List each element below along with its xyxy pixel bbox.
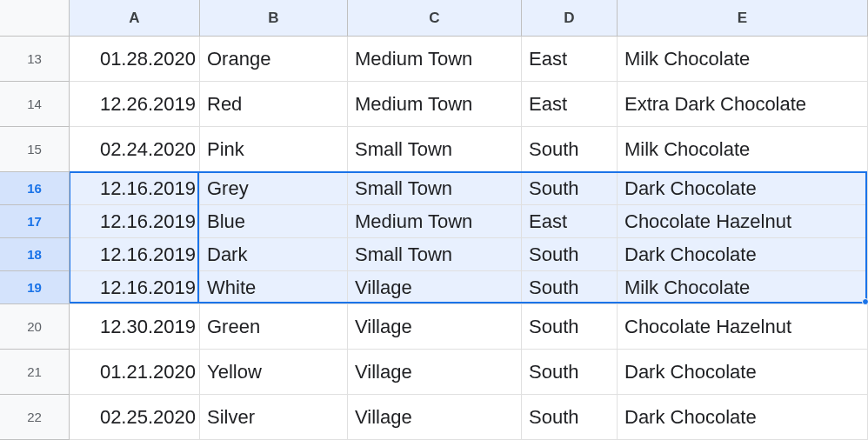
cell-c17[interactable]: Medium Town [348,205,522,238]
row-header-17[interactable]: 17 [0,205,70,238]
cell-b16[interactable]: Grey [200,172,348,205]
cell-d21[interactable]: South [522,350,618,395]
cell-e13[interactable]: Milk Chocolate [618,37,868,82]
cell-a20[interactable]: 12.30.2019 [70,304,200,350]
table-row: 02.24.2020PinkSmall TownSouthMilk Chocol… [70,127,868,172]
row-header-18[interactable]: 18 [0,238,70,271]
cell-a16[interactable]: 12.16.2019 [70,172,200,205]
cell-c16[interactable]: Small Town [348,172,522,205]
cell-b13[interactable]: Orange [200,37,348,82]
table-row: 12.16.2019GreySmall TownSouthDark Chocol… [70,172,868,205]
row-header-14[interactable]: 14 [0,82,70,127]
cell-a19[interactable]: 12.16.2019 [70,271,200,304]
row-header-20[interactable]: 20 [0,304,70,350]
cell-e22[interactable]: Dark Chocolate [618,395,868,440]
cell-e21[interactable]: Dark Chocolate [618,350,868,395]
row-header-19[interactable]: 19 [0,271,70,304]
table-row: 12.16.2019DarkSmall TownSouthDark Chocol… [70,238,868,271]
cell-b19[interactable]: White [200,271,348,304]
cell-b15[interactable]: Pink [200,127,348,172]
cell-a22[interactable]: 02.25.2020 [70,395,200,440]
cell-d22[interactable]: South [522,395,618,440]
cell-b14[interactable]: Red [200,82,348,127]
cell-b17[interactable]: Blue [200,205,348,238]
cell-c20[interactable]: Village [348,304,522,350]
row-headers: 13141516171819202122 [0,37,70,440]
column-header-a[interactable]: A [70,0,200,37]
table-row: 12.16.2019WhiteVillageSouthMilk Chocolat… [70,271,868,304]
cell-c18[interactable]: Small Town [348,238,522,271]
cells-area[interactable]: 01.28.2020OrangeMedium TownEastMilk Choc… [70,37,868,440]
column-header-d[interactable]: D [522,0,618,37]
cell-d16[interactable]: South [522,172,618,205]
cell-b22[interactable]: Silver [200,395,348,440]
cell-d14[interactable]: East [522,82,618,127]
select-all-corner[interactable] [0,0,70,37]
table-row: 12.16.2019BlueMedium TownEastChocolate H… [70,205,868,238]
cell-d18[interactable]: South [522,238,618,271]
table-row: 02.25.2020SilverVillageSouthDark Chocola… [70,395,868,440]
column-header-e[interactable]: E [618,0,868,37]
row-header-16[interactable]: 16 [0,172,70,205]
cell-a18[interactable]: 12.16.2019 [70,238,200,271]
row-header-21[interactable]: 21 [0,350,70,395]
cell-c19[interactable]: Village [348,271,522,304]
row-header-13[interactable]: 13 [0,37,70,82]
cell-d20[interactable]: South [522,304,618,350]
cell-c14[interactable]: Medium Town [348,82,522,127]
table-row: 12.26.2019RedMedium TownEastExtra Dark C… [70,82,868,127]
cell-b21[interactable]: Yellow [200,350,348,395]
column-headers: ABCDE [0,0,868,37]
cell-b18[interactable]: Dark [200,238,348,271]
cell-b20[interactable]: Green [200,304,348,350]
table-row: 01.21.2020YellowVillageSouthDark Chocola… [70,350,868,395]
cell-e14[interactable]: Extra Dark Chocolate [618,82,868,127]
cell-e18[interactable]: Dark Chocolate [618,238,868,271]
cell-c15[interactable]: Small Town [348,127,522,172]
table-row: 01.28.2020OrangeMedium TownEastMilk Choc… [70,37,868,82]
cell-a14[interactable]: 12.26.2019 [70,82,200,127]
cell-d13[interactable]: East [522,37,618,82]
cell-a17[interactable]: 12.16.2019 [70,205,200,238]
row-header-15[interactable]: 15 [0,127,70,172]
cell-e17[interactable]: Chocolate Hazelnut [618,205,868,238]
cell-c22[interactable]: Village [348,395,522,440]
cell-e16[interactable]: Dark Chocolate [618,172,868,205]
cell-e19[interactable]: Milk Chocolate [618,271,868,304]
spreadsheet[interactable]: ABCDE 13141516171819202122 01.28.2020Ora… [0,0,868,440]
cell-d15[interactable]: South [522,127,618,172]
table-row: 12.30.2019GreenVillageSouthChocolate Haz… [70,304,868,350]
cell-c21[interactable]: Village [348,350,522,395]
cell-a21[interactable]: 01.21.2020 [70,350,200,395]
row-header-22[interactable]: 22 [0,395,70,440]
cell-d17[interactable]: East [522,205,618,238]
cell-c13[interactable]: Medium Town [348,37,522,82]
cell-d19[interactable]: South [522,271,618,304]
cell-a13[interactable]: 01.28.2020 [70,37,200,82]
column-header-b[interactable]: B [200,0,348,37]
cell-a15[interactable]: 02.24.2020 [70,127,200,172]
column-header-c[interactable]: C [348,0,522,37]
cell-e20[interactable]: Chocolate Hazelnut [618,304,868,350]
cell-e15[interactable]: Milk Chocolate [618,127,868,172]
